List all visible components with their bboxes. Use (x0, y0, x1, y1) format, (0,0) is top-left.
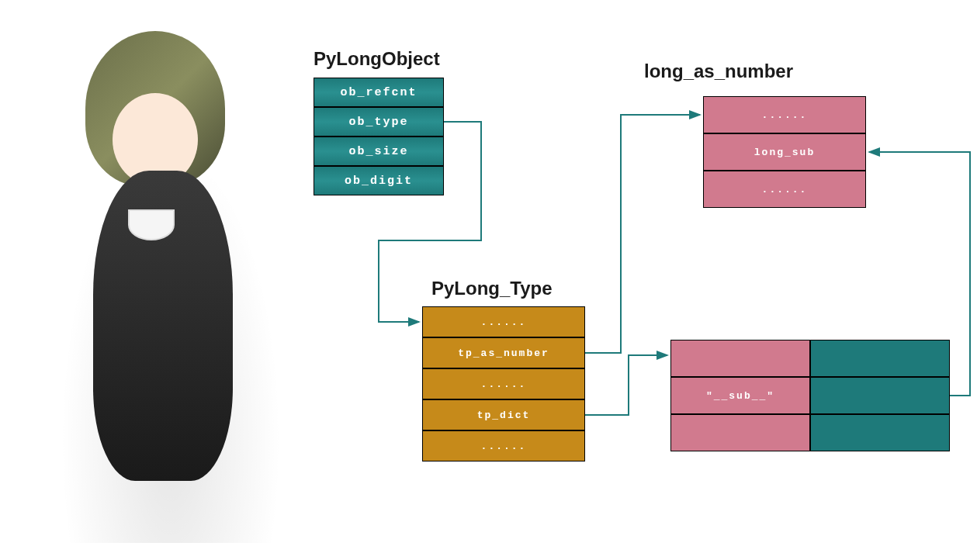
dict-row (670, 340, 950, 377)
field-long-sub: long_sub (703, 133, 866, 171)
title-pylongobject: PyLongObject (314, 48, 440, 70)
struct-pylongobject: ob_refcnt ob_type ob_size ob_digit (314, 78, 444, 195)
field-ellipsis: ...... (422, 368, 585, 399)
dict-val (810, 414, 950, 451)
field-tp-as-number: tp_as_number (422, 337, 585, 368)
title-pylongtype: PyLong_Type (431, 278, 553, 299)
dict-row (670, 414, 950, 451)
field-ob-digit: ob_digit (314, 166, 444, 195)
dict-val (810, 377, 950, 414)
dict-val (810, 340, 950, 377)
dict-key (670, 340, 810, 377)
title-longasnumber: long_as_number (644, 60, 793, 82)
field-ellipsis: ...... (703, 96, 866, 133)
arrow-tpasnumber-to-longasnumber (585, 115, 700, 353)
dict-key (670, 414, 810, 451)
anime-character-illustration (16, 31, 326, 543)
field-tp-dict: tp_dict (422, 399, 585, 430)
struct-pylongtype: ...... tp_as_number ...... tp_dict .....… (422, 306, 585, 461)
field-ob-refcnt: ob_refcnt (314, 78, 444, 107)
field-ob-type: ob_type (314, 107, 444, 137)
struct-longasnumber: ...... long_sub ...... (703, 96, 866, 208)
dict-row: "__sub__" (670, 377, 950, 414)
struct-dict: "__sub__" (670, 340, 950, 451)
field-ellipsis: ...... (422, 306, 585, 337)
field-ellipsis: ...... (422, 430, 585, 461)
field-ellipsis: ...... (703, 171, 866, 208)
arrow-tpdict-to-dict (585, 355, 667, 415)
field-ob-size: ob_size (314, 137, 444, 166)
dict-key-sub: "__sub__" (670, 377, 810, 414)
